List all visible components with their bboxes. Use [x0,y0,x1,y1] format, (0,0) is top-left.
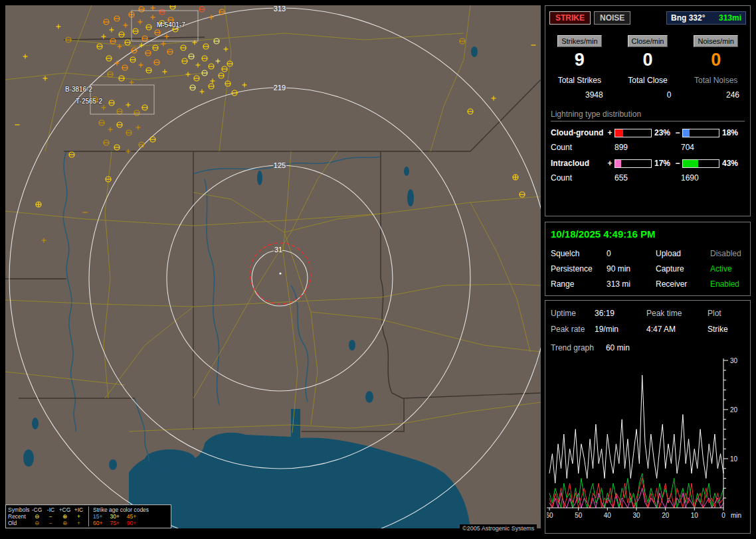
ic-negative-count: 1690 [676,173,699,183]
svg-text:30: 30 [730,357,738,364]
total-close-label: Total Close [614,76,682,85]
cg-negative-count: 704 [676,143,694,152]
strikes-per-min-value: 9 [545,50,614,70]
count-label: Count [551,173,607,183]
trend-graph-label: Trend graph [551,343,594,352]
ic-negative-bar [682,159,719,168]
x-axis-ticks: 6050403020100min [547,508,741,519]
legend-old-label: Old [8,520,30,526]
total-noises-value: 246 [682,90,750,100]
svg-text:20: 20 [662,512,670,519]
plus-icon: + [72,520,86,526]
plus-icon: + [72,513,86,520]
svg-text:M-5401-7: M-5401-7 [157,21,185,29]
noise-mode-button[interactable]: NOISE [594,11,630,25]
ic-positive-pct: 17% [654,159,674,168]
uptime-label: Uptime [551,309,592,318]
plot-label: Plot [708,309,745,318]
persistence-value: 90 min [607,264,653,273]
circle-plus-icon: ⊕ [58,520,72,526]
rate-row: Strikes/min 9 Total Strikes 3948 Close/m… [545,35,750,100]
legend-symbols-title: Symbols [8,506,30,513]
bearing-value: Bng 332° [671,13,705,23]
ic-positive-count: 655 [607,173,676,183]
svg-text:219: 219 [274,84,286,92]
plus-sign: + [607,159,613,168]
svg-text:31: 31 [274,246,282,254]
stats-grid: Uptime 36:19 Peak time Plot Peak rate 19… [551,309,745,334]
cg-negative-pct: 18% [722,128,742,137]
legend-age-title: Strike age color codes [93,506,149,513]
svg-text:B-3816-2: B-3816-2 [65,86,93,93]
cg-positive-pct: 23% [654,128,674,137]
age-45: 45+ [127,513,136,520]
legend-col-pic: +IC [72,506,86,513]
close-per-min-value: 0 [614,50,682,70]
legend-col-ncg: -CG [30,506,44,513]
svg-text:min: min [731,512,741,519]
strike-stats-panel: STRIKE NOISE Bng 332° 313mi Strikes/min … [545,5,751,216]
intracloud-label: Intracloud [551,159,607,168]
minus-icon: − [44,520,58,526]
total-strikes-value: 3948 [545,90,614,100]
cloud-ground-row: Cloud-ground + 23% − 18% [551,128,745,137]
cg-negative-bar [682,129,719,137]
svg-text:313: 313 [274,5,286,13]
legend-symbols: Symbols -CG -IC +CG +IC Recent ⊖ − ⊕ + O… [8,506,86,526]
circle-plus-icon: ⊕ [58,513,72,520]
circle-minus-icon: ⊖ [30,513,44,520]
capture-label: Capture [656,264,708,273]
age-90: 90+ [127,520,136,526]
cg-positive-bar [614,129,652,137]
minus-icon: − [44,513,58,520]
svg-text:125: 125 [274,161,286,169]
peak-rate-value: 19/min [595,325,644,334]
squelch-label: Squelch [551,249,604,258]
noises-per-min-button[interactable]: Noises/min [694,35,737,47]
circle-minus-icon: ⊖ [30,520,44,526]
squelch-value: 0 [607,249,653,258]
svg-text:20: 20 [730,406,738,414]
trend-series [549,375,723,508]
close-per-min-button[interactable]: Close/min [628,35,668,47]
map-canvas: M-5401-7B-3816-2T-2565-2 31321912531 [5,5,541,528]
range-setting-value: 313 mi [607,279,653,289]
map-legend: Symbols -CG -IC +CG +IC Recent ⊖ − ⊕ + O… [5,504,171,528]
minus-sign: − [674,159,681,168]
svg-text:50: 50 [575,512,583,519]
svg-text:T-2565-2: T-2565-2 [76,98,102,105]
cg-count-row: Count 899 704 [551,143,745,152]
trend-graph: 102030 6050403020100min [547,355,746,522]
age-15: 15+ [93,513,102,520]
strikes-per-min-button[interactable]: Strikes/min [557,35,601,47]
cloud-ground-label: Cloud-ground [551,128,607,137]
capture-value: Active [710,264,745,273]
status-panel: 10/18/2025 4:49:16 PM Squelch 0 Upload D… [545,222,751,296]
copyright-text: ©2005 Astrogenic Systems [460,524,537,532]
minus-sign: − [674,128,681,137]
legend-col-pcg: +CG [58,506,72,513]
legend-col-nic: -IC [44,506,58,513]
datetime-display: 10/18/2025 4:49:16 PM [551,228,745,240]
uptime-value: 36:19 [595,309,644,318]
svg-text:10: 10 [691,512,699,519]
peak-time-label: Peak time [646,309,705,318]
strike-mode-button[interactable]: STRIKE [549,11,591,25]
radar-map[interactable]: M-5401-7B-3816-2T-2565-2 31321912531 Sym… [5,5,541,528]
ic-negative-pct: 43% [722,159,742,168]
legend-recent-label: Recent [8,513,30,520]
range-value: 313mi [719,13,741,23]
upload-label: Upload [656,249,708,258]
age-60: 60+ [93,520,102,526]
ic-positive-bar [614,159,652,168]
persistence-label: Persistence [551,264,604,273]
total-close-value: 0 [614,90,682,100]
upload-value: Disabled [710,249,745,258]
svg-text:30: 30 [632,512,640,519]
ic-count-row: Count 655 1690 [551,173,745,183]
range-label: Range [551,279,604,289]
noises-per-min-value: 0 [682,50,750,70]
total-noises-label: Total Noises [682,76,750,85]
y-axis-ticks: 102030 [723,357,738,499]
bearing-range-display: Bng 332° 313mi [666,11,746,25]
